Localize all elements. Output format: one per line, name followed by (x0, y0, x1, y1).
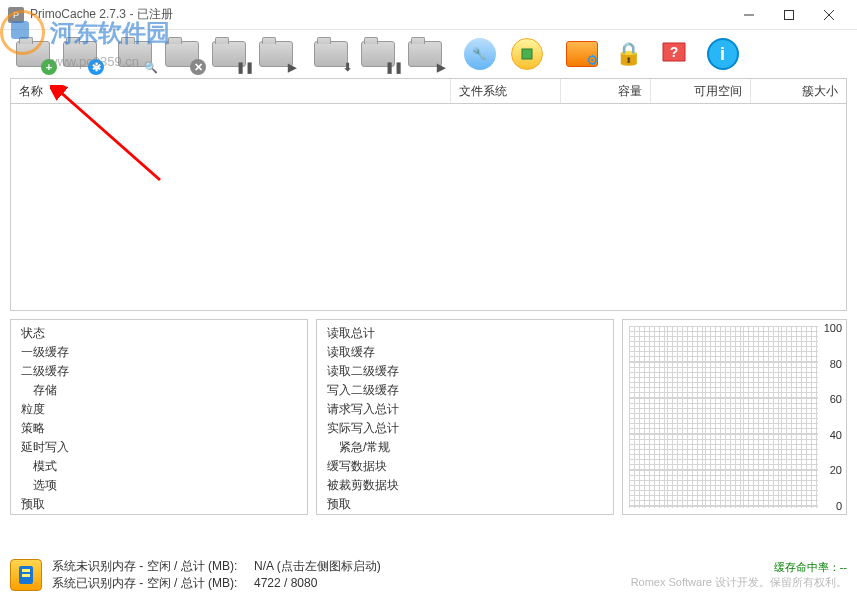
magnify-icon: 🔍 (143, 59, 159, 75)
svg-rect-8 (22, 569, 30, 572)
pause-icon: ❚❚ (237, 59, 253, 75)
play2-button[interactable]: ▶ (402, 35, 447, 73)
chart-y-labels: 100806040200 (824, 322, 842, 512)
play-button[interactable]: ▶ (253, 35, 298, 73)
play-icon: ▶ (284, 59, 300, 75)
info-row: 策略 (11, 419, 307, 438)
download-button[interactable]: ⬇ (308, 35, 353, 73)
info-row: 模式 (11, 457, 307, 476)
config-button[interactable]: ✱ (57, 35, 102, 73)
toolbox-icon: ⚙ (566, 41, 598, 67)
maximize-button[interactable] (769, 1, 809, 29)
copyright-label: Romex Software 设计开发。保留所有权利。 (631, 575, 847, 590)
info-row: 选项 (11, 476, 307, 495)
chart-y-tick: 60 (824, 393, 842, 405)
info-row: 缓写数据块 (317, 457, 613, 476)
chart-y-tick: 80 (824, 358, 842, 370)
info-label: 读取二级缓存 (327, 363, 399, 380)
info-row: 预取 (317, 495, 613, 514)
col-cluster-size[interactable]: 簇大小 (751, 79, 846, 103)
info-label: 一级缓存 (21, 344, 69, 361)
wrench-icon: 🔧 (464, 38, 496, 70)
mem-unrecognized-label: 系统未识别内存 - 空闲 / 总计 (MB): (52, 559, 237, 573)
memory-icon[interactable] (10, 559, 42, 591)
toolbar: + ✱ 🔍 ✕ ❚❚ ▶ ⬇ ❚❚ ▶ 🔧 (0, 30, 857, 78)
chart-grid (629, 326, 818, 508)
info-label: 被裁剪数据块 (327, 477, 399, 494)
close-icon (824, 10, 834, 20)
tools-button[interactable]: 🔧 (457, 35, 502, 73)
toolbox-button[interactable]: ⚙ (559, 35, 604, 73)
delete-button[interactable]: ✕ (159, 35, 204, 73)
info-row: 粒度 (11, 400, 307, 419)
info-label: 粒度 (21, 401, 45, 418)
lock-button[interactable]: 🔒 (606, 35, 651, 73)
help-icon: ? (660, 38, 692, 70)
zoom-button[interactable]: 🔍 (112, 35, 157, 73)
chart-y-tick: 20 (824, 464, 842, 476)
info-row: 状态 (11, 324, 307, 343)
pause-all-button[interactable]: ❚❚ (206, 35, 251, 73)
mem-recognized-label: 系统已识别内存 - 空闲 / 总计 (MB): (52, 576, 237, 590)
chip-button[interactable] (504, 35, 549, 73)
info-row: 存储 (11, 381, 307, 400)
info-row: 二级缓存 (11, 362, 307, 381)
info-label: 延时写入 (21, 439, 69, 456)
cache-stats-panel: 读取总计读取缓存读取二级缓存写入二级缓存请求写入总计实际写入总计紧急/常规缓写数… (316, 319, 614, 515)
info-label: 缓写数据块 (327, 458, 387, 475)
chip-icon (511, 38, 543, 70)
pause-icon: ❚❚ (386, 59, 402, 75)
svg-rect-1 (785, 10, 794, 19)
info-row: 紧急/常规 (317, 438, 613, 457)
plus-badge-icon: + (41, 59, 57, 75)
info-row: 读取二级缓存 (317, 362, 613, 381)
info-row: 预取 (11, 495, 307, 514)
info-label: 请求写入总计 (327, 401, 399, 418)
col-name[interactable]: 名称 (11, 79, 451, 103)
col-free-space[interactable]: 可用空间 (651, 79, 751, 103)
cache-config-panel: 状态一级缓存二级缓存存储粒度策略延时写入模式选项预取额外开销 (10, 319, 308, 515)
info-label: 选项 (33, 477, 57, 494)
info-row: 额外开销 (11, 514, 307, 515)
info-row: 一级缓存 (11, 343, 307, 362)
x-badge-icon: ✕ (190, 59, 206, 75)
info-label: 模式 (33, 458, 57, 475)
info-label: 状态 (21, 325, 45, 342)
col-capacity[interactable]: 容量 (561, 79, 651, 103)
minimize-button[interactable] (729, 1, 769, 29)
svg-text:?: ? (669, 44, 678, 60)
mem-unrecognized-value: N/A (点击左侧图标启动) (254, 559, 381, 573)
new-cache-button[interactable]: + (10, 35, 55, 73)
lock-icon: 🔒 (613, 38, 645, 70)
star-badge-icon: ✱ (88, 59, 104, 75)
hit-rate-chart: 100806040200 (622, 319, 847, 515)
memory-status: 系统未识别内存 - 空闲 / 总计 (MB): N/A (点击左侧图标启动) 系… (52, 558, 381, 592)
info-row: 延时写入 (11, 438, 307, 457)
info-row: 请求写入总计 (317, 400, 613, 419)
info-row: 实际写入总计 (317, 419, 613, 438)
info-label: 存储 (33, 382, 57, 399)
help-button[interactable]: ? (653, 35, 698, 73)
info-button[interactable]: i (700, 35, 745, 73)
hit-rate-label: 缓存命中率：-- (631, 560, 847, 575)
status-right: 缓存命中率：-- Romex Software 设计开发。保留所有权利。 (631, 560, 847, 590)
info-label: 预取 (21, 496, 45, 513)
chart-y-tick: 40 (824, 429, 842, 441)
col-filesystem[interactable]: 文件系统 (451, 79, 561, 103)
maximize-icon (784, 10, 794, 20)
info-label: 预取 (327, 496, 351, 513)
down-icon: ⬇ (339, 59, 355, 75)
info-label: 实际写入总计 (327, 420, 399, 437)
pause-button[interactable]: ❚❚ (355, 35, 400, 73)
svg-rect-9 (22, 574, 30, 577)
info-label: 紧急/常规 (339, 439, 390, 456)
info-label: 读取总计 (327, 325, 375, 342)
volume-table-body[interactable] (10, 104, 847, 311)
info-row: 空闲缓存 (L1/L2) (317, 514, 613, 515)
statusbar: 系统未识别内存 - 空闲 / 总计 (MB): N/A (点击左侧图标启动) 系… (0, 549, 857, 601)
chart-y-tick: 0 (824, 500, 842, 512)
close-button[interactable] (809, 1, 849, 29)
info-row: 被裁剪数据块 (317, 476, 613, 495)
app-icon: P (8, 7, 24, 23)
info-row: 读取缓存 (317, 343, 613, 362)
